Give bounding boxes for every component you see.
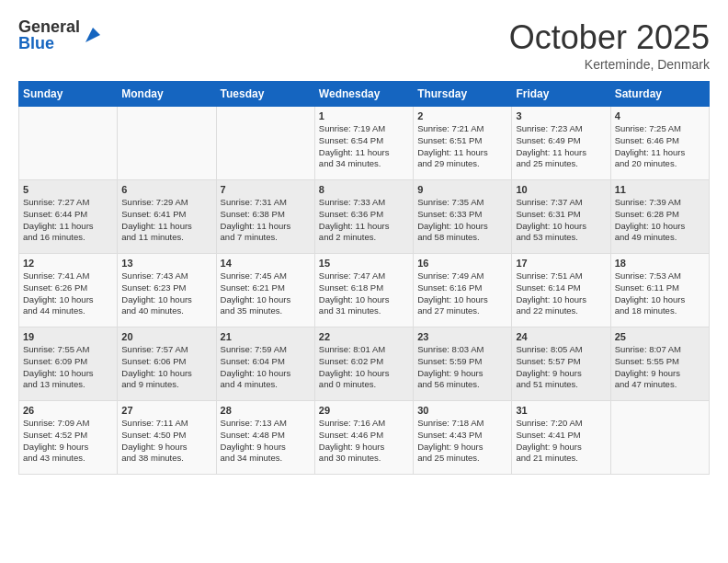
day-number: 2	[417, 110, 507, 121]
calendar-cell: 5Sunrise: 7:27 AM Sunset: 6:44 PM Daylig…	[19, 180, 118, 254]
calendar-cell: 21Sunrise: 7:59 AM Sunset: 6:04 PM Dayli…	[216, 327, 314, 401]
calendar-cell: 15Sunrise: 7:47 AM Sunset: 6:18 PM Dayli…	[314, 254, 413, 327]
col-header-thursday: Thursday	[414, 82, 512, 107]
day-number: 18	[615, 258, 705, 269]
calendar-cell	[610, 401, 709, 475]
day-number: 7	[221, 184, 311, 195]
calendar-cell: 28Sunrise: 7:13 AM Sunset: 4:48 PM Dayli…	[216, 401, 314, 475]
day-number: 29	[319, 405, 409, 416]
col-header-saturday: Saturday	[610, 82, 709, 107]
calendar-cell	[216, 107, 314, 180]
day-number: 13	[121, 258, 211, 269]
day-info: Sunrise: 7:35 AM Sunset: 6:33 PM Dayligh…	[417, 197, 507, 244]
day-number: 8	[319, 184, 409, 195]
day-info: Sunrise: 7:29 AM Sunset: 6:41 PM Dayligh…	[121, 197, 211, 244]
day-info: Sunrise: 7:13 AM Sunset: 4:48 PM Dayligh…	[221, 418, 311, 465]
calendar-week-row: 12Sunrise: 7:41 AM Sunset: 6:26 PM Dayli…	[19, 254, 710, 327]
calendar-week-row: 19Sunrise: 7:55 AM Sunset: 6:09 PM Dayli…	[19, 327, 710, 401]
day-number: 1	[319, 110, 409, 121]
col-header-tuesday: Tuesday	[216, 82, 314, 107]
calendar-week-row: 5Sunrise: 7:27 AM Sunset: 6:44 PM Daylig…	[19, 180, 710, 254]
calendar-cell: 29Sunrise: 7:16 AM Sunset: 4:46 PM Dayli…	[314, 401, 413, 475]
day-number: 3	[516, 110, 606, 121]
day-info: Sunrise: 7:18 AM Sunset: 4:43 PM Dayligh…	[417, 418, 507, 465]
calendar-cell: 1Sunrise: 7:19 AM Sunset: 6:54 PM Daylig…	[314, 107, 413, 180]
day-number: 27	[121, 405, 211, 416]
day-number: 26	[23, 405, 113, 416]
day-number: 25	[615, 331, 705, 342]
calendar-cell	[118, 107, 216, 180]
calendar-cell: 31Sunrise: 7:20 AM Sunset: 4:41 PM Dayli…	[512, 401, 610, 475]
day-number: 19	[23, 331, 113, 342]
svg-marker-0	[85, 28, 100, 42]
calendar-header-row: SundayMondayTuesdayWednesdayThursdayFrid…	[19, 82, 710, 107]
day-info: Sunrise: 7:39 AM Sunset: 6:28 PM Dayligh…	[615, 197, 705, 244]
day-info: Sunrise: 7:31 AM Sunset: 6:38 PM Dayligh…	[221, 197, 311, 244]
calendar-cell: 7Sunrise: 7:31 AM Sunset: 6:38 PM Daylig…	[216, 180, 314, 254]
month-year-heading: October 2025	[509, 18, 710, 57]
day-info: Sunrise: 7:37 AM Sunset: 6:31 PM Dayligh…	[516, 197, 606, 244]
day-info: Sunrise: 7:21 AM Sunset: 6:51 PM Dayligh…	[417, 123, 507, 170]
col-header-friday: Friday	[512, 82, 610, 107]
day-info: Sunrise: 7:51 AM Sunset: 6:14 PM Dayligh…	[516, 270, 606, 317]
day-info: Sunrise: 7:11 AM Sunset: 4:50 PM Dayligh…	[121, 418, 211, 465]
day-number: 16	[417, 258, 507, 269]
day-number: 11	[615, 184, 705, 195]
calendar-cell: 4Sunrise: 7:25 AM Sunset: 6:46 PM Daylig…	[610, 107, 709, 180]
day-number: 28	[221, 405, 311, 416]
calendar-table: SundayMondayTuesdayWednesdayThursdayFrid…	[18, 81, 710, 475]
page-header: General Blue October 2025 Kerteminde, De…	[18, 18, 710, 72]
calendar-cell: 9Sunrise: 7:35 AM Sunset: 6:33 PM Daylig…	[414, 180, 512, 254]
logo: General Blue	[18, 18, 104, 52]
calendar-cell: 18Sunrise: 7:53 AM Sunset: 6:11 PM Dayli…	[610, 254, 709, 327]
logo-icon	[82, 24, 104, 46]
calendar-cell: 3Sunrise: 7:23 AM Sunset: 6:49 PM Daylig…	[512, 107, 610, 180]
calendar-cell: 24Sunrise: 8:05 AM Sunset: 5:57 PM Dayli…	[512, 327, 610, 401]
day-number: 31	[516, 405, 606, 416]
day-info: Sunrise: 7:53 AM Sunset: 6:11 PM Dayligh…	[615, 270, 705, 317]
day-number: 15	[319, 258, 409, 269]
calendar-cell: 12Sunrise: 7:41 AM Sunset: 6:26 PM Dayli…	[19, 254, 118, 327]
day-info: Sunrise: 7:27 AM Sunset: 6:44 PM Dayligh…	[23, 197, 113, 244]
logo-general: General	[18, 18, 80, 35]
day-info: Sunrise: 7:55 AM Sunset: 6:09 PM Dayligh…	[23, 344, 113, 391]
day-number: 10	[516, 184, 606, 195]
day-info: Sunrise: 7:19 AM Sunset: 6:54 PM Dayligh…	[319, 123, 409, 170]
day-info: Sunrise: 7:43 AM Sunset: 6:23 PM Dayligh…	[121, 270, 211, 317]
day-info: Sunrise: 7:45 AM Sunset: 6:21 PM Dayligh…	[221, 270, 311, 317]
calendar-cell: 22Sunrise: 8:01 AM Sunset: 6:02 PM Dayli…	[314, 327, 413, 401]
day-info: Sunrise: 7:57 AM Sunset: 6:06 PM Dayligh…	[121, 344, 211, 391]
day-info: Sunrise: 7:59 AM Sunset: 6:04 PM Dayligh…	[221, 344, 311, 391]
col-header-monday: Monday	[118, 82, 216, 107]
day-number: 9	[417, 184, 507, 195]
day-info: Sunrise: 8:07 AM Sunset: 5:55 PM Dayligh…	[615, 344, 705, 391]
month-title-block: October 2025 Kerteminde, Denmark	[509, 18, 710, 72]
day-info: Sunrise: 7:23 AM Sunset: 6:49 PM Dayligh…	[516, 123, 606, 170]
col-header-wednesday: Wednesday	[314, 82, 413, 107]
day-number: 14	[221, 258, 311, 269]
day-info: Sunrise: 7:33 AM Sunset: 6:36 PM Dayligh…	[319, 197, 409, 244]
day-info: Sunrise: 7:25 AM Sunset: 6:46 PM Dayligh…	[615, 123, 705, 170]
day-info: Sunrise: 8:03 AM Sunset: 5:59 PM Dayligh…	[417, 344, 507, 391]
calendar-cell: 25Sunrise: 8:07 AM Sunset: 5:55 PM Dayli…	[610, 327, 709, 401]
day-number: 21	[221, 331, 311, 342]
day-info: Sunrise: 7:09 AM Sunset: 4:52 PM Dayligh…	[23, 418, 113, 465]
calendar-cell: 10Sunrise: 7:37 AM Sunset: 6:31 PM Dayli…	[512, 180, 610, 254]
day-number: 17	[516, 258, 606, 269]
day-number: 22	[319, 331, 409, 342]
calendar-cell	[19, 107, 118, 180]
calendar-cell: 30Sunrise: 7:18 AM Sunset: 4:43 PM Dayli…	[414, 401, 512, 475]
calendar-week-row: 26Sunrise: 7:09 AM Sunset: 4:52 PM Dayli…	[19, 401, 710, 475]
calendar-cell: 20Sunrise: 7:57 AM Sunset: 6:06 PM Dayli…	[118, 327, 216, 401]
day-number: 4	[615, 110, 705, 121]
calendar-cell: 11Sunrise: 7:39 AM Sunset: 6:28 PM Dayli…	[610, 180, 709, 254]
logo-blue: Blue	[18, 35, 80, 52]
calendar-cell: 6Sunrise: 7:29 AM Sunset: 6:41 PM Daylig…	[118, 180, 216, 254]
day-info: Sunrise: 7:41 AM Sunset: 6:26 PM Dayligh…	[23, 270, 113, 317]
day-info: Sunrise: 7:20 AM Sunset: 4:41 PM Dayligh…	[516, 418, 606, 465]
calendar-cell: 27Sunrise: 7:11 AM Sunset: 4:50 PM Dayli…	[118, 401, 216, 475]
day-number: 30	[417, 405, 507, 416]
calendar-week-row: 1Sunrise: 7:19 AM Sunset: 6:54 PM Daylig…	[19, 107, 710, 180]
day-number: 20	[121, 331, 211, 342]
col-header-sunday: Sunday	[19, 82, 118, 107]
